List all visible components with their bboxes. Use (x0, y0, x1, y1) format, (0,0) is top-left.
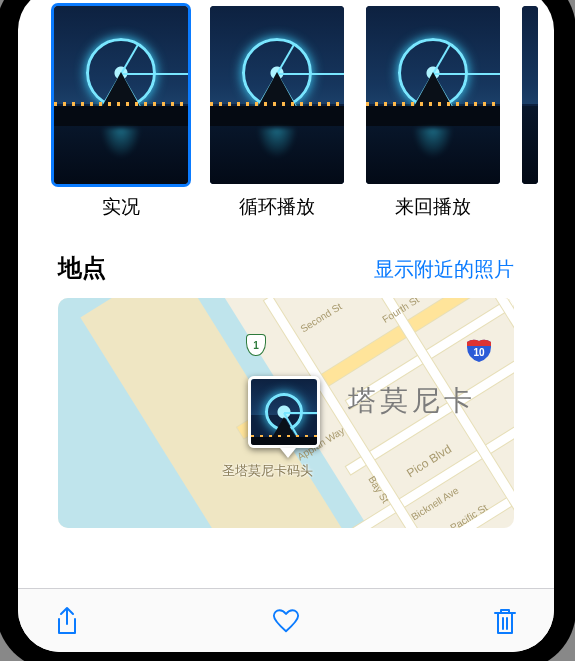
show-nearby-link[interactable]: 显示附近的照片 (374, 256, 514, 283)
map-photo-pin[interactable] (248, 376, 320, 448)
route-shield-i10: 10 (466, 338, 492, 362)
effect-thumbnail (366, 6, 500, 184)
device-frame: 实况 循环播放 来回播放 (0, 0, 575, 661)
effect-option-loop[interactable]: 循环播放 (210, 6, 344, 220)
effect-picker: 实况 循环播放 来回播放 (18, 0, 554, 230)
effect-thumbnail (54, 6, 188, 184)
effect-option-bounce[interactable]: 来回播放 (366, 6, 500, 220)
effect-label: 实况 (102, 194, 140, 220)
route-shield-ca1: 1 (246, 334, 266, 356)
map-pin-caption: 圣塔莫尼卡码头 (222, 462, 313, 480)
map-pin-tip (280, 448, 296, 458)
effect-label: 循环播放 (239, 194, 315, 220)
effect-label: 来回播放 (395, 194, 471, 220)
effect-option-live[interactable]: 实况 (54, 6, 188, 220)
bottom-toolbar (18, 588, 554, 652)
places-map[interactable]: Second St Fourth St Appian Way Pico Blvd… (58, 298, 514, 528)
delete-button[interactable] (490, 604, 520, 638)
street-label: Second St (299, 301, 344, 335)
map-city-label: 塔莫尼卡 (348, 382, 476, 420)
effect-option-next[interactable] (522, 6, 538, 220)
heart-icon (272, 606, 300, 636)
places-title: 地点 (58, 252, 106, 284)
favorite-button[interactable] (271, 604, 301, 638)
screen: 实况 循环播放 来回播放 (18, 0, 554, 652)
share-button[interactable] (52, 604, 82, 638)
places-header: 地点 显示附近的照片 (18, 230, 554, 298)
effect-thumbnail (522, 6, 538, 184)
effect-thumbnail (210, 6, 344, 184)
share-icon (53, 606, 81, 636)
trash-icon (491, 606, 519, 636)
